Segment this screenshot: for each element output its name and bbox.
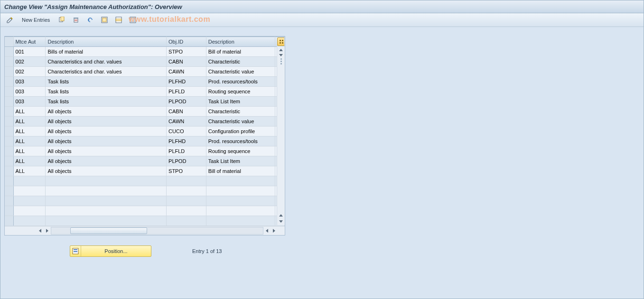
undo-icon[interactable]: [84, 15, 96, 25]
row-selector[interactable]: [5, 156, 13, 166]
cell-mtce[interactable]: 002: [13, 67, 46, 77]
cell-mtce[interactable]: 003: [13, 77, 46, 87]
cell-empty[interactable]: [167, 216, 206, 226]
scroll-down-small-icon[interactable]: [278, 52, 284, 58]
cell-mtce[interactable]: ALL: [13, 146, 46, 156]
cell-obj[interactable]: PLFHD: [167, 77, 206, 87]
select-all-header[interactable]: [5, 37, 13, 47]
cell-empty[interactable]: [13, 186, 46, 196]
select-block-icon[interactable]: [113, 15, 124, 25]
scroll-left-icon[interactable]: [37, 227, 44, 234]
delete-icon[interactable]: [70, 15, 82, 25]
row-selector[interactable]: [5, 67, 13, 77]
row-selector[interactable]: [5, 127, 13, 136]
horizontal-scrollbar[interactable]: [5, 226, 285, 235]
table-row[interactable]: 001Bills of materialSTPOBill of material: [5, 47, 285, 57]
table-row[interactable]: 003Task listsPLPODTask List Item: [5, 97, 285, 107]
cell-empty[interactable]: [167, 176, 206, 186]
cell-obj[interactable]: PLFLD: [167, 87, 206, 97]
row-selector[interactable]: [5, 146, 13, 156]
cell-mtce[interactable]: 001: [13, 47, 46, 57]
cell-obj[interactable]: PLPOD: [167, 156, 206, 166]
cell-empty[interactable]: [206, 196, 275, 206]
cell-obj[interactable]: CABN: [167, 107, 206, 117]
row-selector[interactable]: [5, 97, 13, 107]
col-mtce-header[interactable]: Mtce Aut: [13, 37, 46, 47]
row-selector[interactable]: [5, 47, 13, 57]
vertical-scrollbar[interactable]: [277, 46, 285, 225]
table-row[interactable]: ALLAll objectsSTPOBill of material: [5, 166, 285, 176]
scroll-left-end-icon[interactable]: [264, 227, 271, 234]
cell-mtce[interactable]: 002: [13, 57, 46, 67]
col-desc1-header[interactable]: Description: [46, 37, 167, 47]
cell-desc2[interactable]: Characteristic: [206, 57, 275, 67]
cell-desc1[interactable]: Task lists: [46, 77, 167, 87]
table-row[interactable]: ALLAll objectsCABNCharacteristic: [5, 107, 285, 117]
cell-desc1[interactable]: Characteristics and char. values: [46, 67, 167, 77]
row-selector[interactable]: [5, 196, 13, 206]
cell-mtce[interactable]: ALL: [13, 136, 46, 146]
cell-desc2[interactable]: Routing sequence: [206, 87, 275, 97]
row-selector[interactable]: [5, 77, 13, 87]
hscroll-thumb[interactable]: [70, 227, 147, 234]
scroll-down-icon[interactable]: [278, 218, 284, 224]
cell-desc1[interactable]: All objects: [46, 107, 167, 117]
cell-desc1[interactable]: All objects: [46, 146, 167, 156]
cell-desc2[interactable]: Characteristic value: [206, 117, 275, 127]
row-selector[interactable]: [5, 57, 13, 67]
cell-desc1[interactable]: Task lists: [46, 87, 167, 97]
table-row-empty[interactable]: [5, 196, 285, 206]
cell-empty[interactable]: [167, 206, 206, 216]
scroll-right-icon[interactable]: [271, 227, 277, 234]
cell-obj[interactable]: PLFHD: [167, 136, 206, 146]
cell-empty[interactable]: [46, 176, 167, 186]
cell-desc1[interactable]: All objects: [46, 117, 167, 127]
cell-desc2[interactable]: Configuration profile: [206, 127, 275, 136]
table-config-header[interactable]: [275, 37, 284, 47]
row-selector[interactable]: [5, 186, 13, 196]
hscroll-track[interactable]: [51, 227, 263, 235]
col-obj-header[interactable]: Obj.ID: [167, 37, 206, 47]
cell-mtce[interactable]: ALL: [13, 107, 46, 117]
cell-desc2[interactable]: Bill of material: [206, 166, 275, 176]
table-row[interactable]: ALLAll objectsPLFLDRouting sequence: [5, 146, 285, 156]
cell-desc2[interactable]: Characteristic value: [206, 67, 275, 77]
cell-empty[interactable]: [46, 186, 167, 196]
cell-desc2[interactable]: Characteristic: [206, 107, 275, 117]
cell-desc2[interactable]: Prod. resources/tools: [206, 77, 275, 87]
cell-desc1[interactable]: All objects: [46, 127, 167, 136]
row-selector[interactable]: [5, 166, 13, 176]
cell-obj[interactable]: CAWN: [167, 117, 206, 127]
copy-icon[interactable]: [56, 15, 67, 25]
table-row[interactable]: 003Task listsPLFHDProd. resources/tools: [5, 77, 285, 87]
cell-desc1[interactable]: All objects: [46, 156, 167, 166]
cell-obj[interactable]: PLPOD: [167, 97, 206, 107]
table-row[interactable]: 002Characteristics and char. valuesCABNC…: [5, 57, 285, 67]
row-selector[interactable]: [5, 87, 13, 97]
cell-empty[interactable]: [46, 196, 167, 206]
cell-desc2[interactable]: Prod. resources/tools: [206, 136, 275, 146]
row-selector[interactable]: [5, 216, 13, 226]
cell-empty[interactable]: [13, 216, 46, 226]
cell-desc2[interactable]: Bill of material: [206, 47, 275, 57]
table-row-empty[interactable]: [5, 186, 285, 196]
col-desc2-header[interactable]: Description: [206, 37, 275, 47]
cell-obj[interactable]: STPO: [167, 47, 206, 57]
cell-desc2[interactable]: Task List Item: [206, 97, 275, 107]
table-row[interactable]: 003Task listsPLFLDRouting sequence: [5, 87, 285, 97]
cell-empty[interactable]: [13, 196, 46, 206]
cell-empty[interactable]: [206, 206, 275, 216]
table-row[interactable]: ALLAll objectsCAWNCharacteristic value: [5, 117, 285, 127]
cell-obj[interactable]: PLFLD: [167, 146, 206, 156]
cell-desc1[interactable]: All objects: [46, 136, 167, 146]
cell-obj[interactable]: CAWN: [167, 67, 206, 77]
cell-desc2[interactable]: Routing sequence: [206, 146, 275, 156]
cell-empty[interactable]: [206, 176, 275, 186]
cell-empty[interactable]: [206, 186, 275, 196]
row-selector[interactable]: [5, 206, 13, 216]
position-button[interactable]: Position...: [70, 245, 151, 257]
row-selector[interactable]: [5, 117, 13, 127]
table-row[interactable]: ALLAll objectsPLPODTask List Item: [5, 156, 285, 166]
cell-mtce[interactable]: ALL: [13, 156, 46, 166]
cell-empty[interactable]: [167, 196, 206, 206]
